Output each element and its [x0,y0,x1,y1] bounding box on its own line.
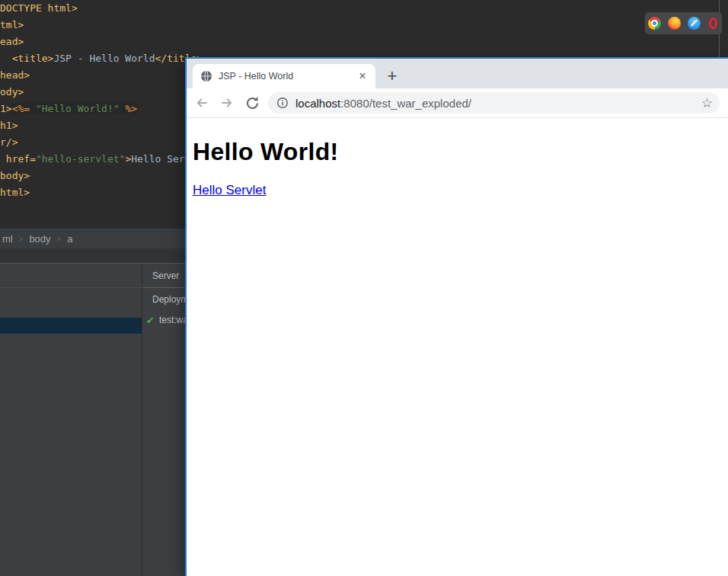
tab-title: JSP - Hello World [219,71,356,82]
breadcrumb-item-body[interactable]: body [29,233,50,245]
code-segment: "hello-servlet" [36,153,125,165]
code-segment: "Hello World!" [30,103,125,114]
chevron-right-icon: › [58,234,61,243]
code-segment: body> [0,170,30,181]
code-segment: 1> [0,103,12,114]
code-segment: JSP - Hello World [53,53,155,64]
back-button[interactable] [193,94,211,112]
code-segment: href= [6,153,36,165]
page-heading: Hello World! [193,138,728,166]
code-segment: %> [125,103,137,114]
breadcrumb-item-ml[interactable]: ml [2,233,13,245]
tree-row-divider [0,287,142,288]
tree-selected-row[interactable] [0,318,142,334]
deployment-header-label: Deploym [152,294,188,305]
url-path: :8080/test_war_exploded/ [340,97,471,110]
code-segment: <%= [12,103,30,114]
code-segment: h1> [0,120,18,131]
screen: DOCTYPE html>tml>ead> <title>JSP - Hello… [0,0,728,576]
code-line: tml> [0,17,728,34]
server-tab-label: Server [152,270,179,281]
code-segment: r/> [0,136,18,148]
code-segment [0,53,12,64]
deployment-item-label: test:wa [159,315,188,325]
code-segment: head> [0,69,30,81]
firefox-icon[interactable] [668,17,681,30]
forward-arrow-icon [219,95,235,110]
web-page: Hello World! Hello Servlet [187,118,728,576]
hello-servlet-link[interactable]: Hello Servlet [193,183,266,197]
code-segment: ody> [0,86,24,98]
code-segment: Hello Ser [131,153,184,165]
code-segment: <title> [12,53,54,64]
browser-tab[interactable]: JSP - Hello World × [193,64,375,88]
code-segment [0,153,6,165]
code-segment: html> [0,187,30,198]
code-line: ead> [0,34,728,50]
refresh-button[interactable] [243,94,261,112]
globe-favicon-icon [200,70,212,82]
safari-icon[interactable] [688,17,701,30]
address-bar[interactable]: localhost:8080/test_war_exploded/ ☆ [268,92,720,114]
refresh-icon [245,96,260,110]
code-segment: DOCTYPE html> [0,2,78,14]
check-icon: ✔ [146,315,155,326]
bookmark-star-icon[interactable]: ☆ [701,97,713,110]
chrome-icon[interactable] [648,17,661,30]
url-host: localhost [295,97,340,110]
page-info-icon[interactable] [276,97,289,109]
tab-strip: JSP - Hello World × + [187,59,728,88]
url-text[interactable]: localhost:8080/test_war_exploded/ [295,97,471,110]
forward-button[interactable] [218,94,236,112]
open-in-browser-toolbar [645,12,722,34]
new-tab-button[interactable]: + [382,66,402,86]
browser-toolbar: localhost:8080/test_war_exploded/ ☆ [187,88,728,118]
opera-icon[interactable] [709,18,717,29]
code-segment: tml> [0,19,24,30]
breadcrumb-item-a[interactable]: a [67,233,72,245]
tab-close-icon[interactable]: × [356,69,369,83]
code-line: DOCTYPE html> [0,0,728,17]
browser-window: JSP - Hello World × + [185,57,728,576]
code-segment: ead> [0,36,24,47]
back-arrow-icon [194,95,209,110]
page-link-row: Hello Servlet [193,183,728,198]
run-tree-pane[interactable] [0,264,142,576]
chevron-right-icon: › [20,234,23,243]
